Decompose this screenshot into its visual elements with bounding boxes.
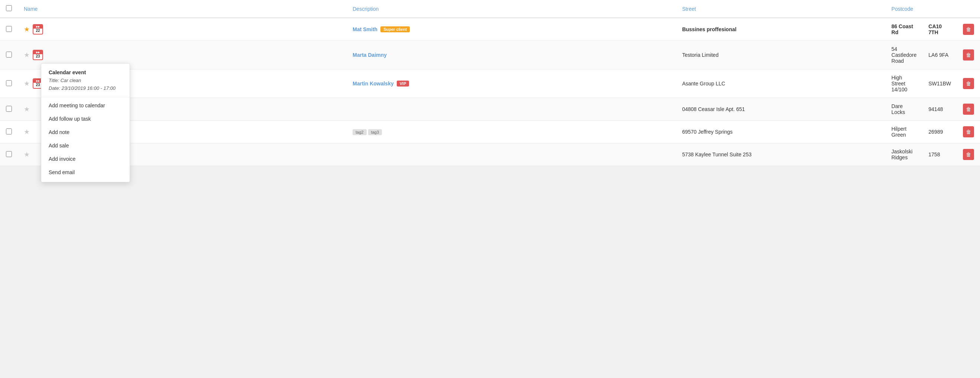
row-name-cell: Mat SmithSuper client xyxy=(347,18,676,41)
postcode-text: CA10 7TH xyxy=(928,24,942,35)
table-row: ★5738 Kaylee Tunnel Suite 253Jaskolski R… xyxy=(0,143,980,166)
description-text: Testoria Limited xyxy=(682,52,719,58)
calendar-icon[interactable]: ▶▶22 xyxy=(33,24,43,35)
name-badge: Super client xyxy=(380,26,410,32)
delete-button[interactable]: 🗑 xyxy=(963,126,974,137)
row-icons-cell: ★▶▶22 xyxy=(18,18,347,41)
row-description-cell: 5738 Kaylee Tunnel Suite 253 xyxy=(676,143,885,166)
row-checkbox[interactable] xyxy=(6,26,12,32)
row-checkbox[interactable] xyxy=(6,80,12,86)
context-popup: Calendar event Title: Car clean Date: 23… xyxy=(41,63,130,166)
delete-button[interactable]: 🗑 xyxy=(963,49,974,60)
star-icon[interactable]: ★ xyxy=(24,128,30,136)
row-street-cell: Jaskolski Ridges xyxy=(886,143,923,166)
name-link[interactable]: Mat Smith xyxy=(353,26,377,32)
postcode-text: 1758 xyxy=(928,151,940,157)
row-postcode-cell: CA10 7TH xyxy=(923,18,957,41)
row-postcode-cell: 26989 xyxy=(923,121,957,143)
row-postcode-cell: 1758 xyxy=(923,143,957,166)
delete-button[interactable]: 🗑 xyxy=(963,78,974,89)
select-all-header[interactable] xyxy=(0,0,18,18)
row-description-cell: 04808 Ceasar Isle Apt. 651 xyxy=(676,98,885,121)
row-description-cell: 69570 Jeffrey Springs xyxy=(676,121,885,143)
table-row: ★tag2tag369570 Jeffrey SpringsHilpert Gr… xyxy=(0,121,980,143)
star-icon[interactable]: ★ xyxy=(24,105,30,113)
popup-title-value: Car clean xyxy=(60,78,81,83)
delete-button[interactable]: 🗑 xyxy=(963,149,974,160)
star-icon[interactable]: ★ xyxy=(24,51,30,59)
row-name-cell: Marta Daimny xyxy=(347,41,676,70)
table-row: ★▶▶23Marta DaimnyTestoria Limited54 Cast… xyxy=(0,41,980,70)
popup-date-value: 23/10/2019 16:00 - 17:00 xyxy=(62,86,116,91)
row-delete-cell: 🗑 xyxy=(957,98,980,121)
tag: tag3 xyxy=(368,129,382,135)
row-checkbox-cell xyxy=(0,41,18,70)
popup-menu-item-0[interactable]: Add meeting to calendar xyxy=(41,99,130,112)
row-name-cell xyxy=(347,98,676,121)
row-delete-cell: 🗑 xyxy=(957,143,980,166)
row-checkbox[interactable] xyxy=(6,151,12,157)
popup-menu-item-1[interactable]: Add follow up task xyxy=(41,112,130,125)
row-delete-cell: 🗑 xyxy=(957,18,980,41)
select-all-checkbox[interactable] xyxy=(6,5,12,11)
row-street-cell: High Street 14/100 xyxy=(886,70,923,98)
col-header-street: Street xyxy=(676,0,885,18)
row-postcode-cell: LA6 9FA xyxy=(923,41,957,70)
row-checkbox-cell xyxy=(0,121,18,143)
name-link[interactable]: Marta Daimny xyxy=(353,52,387,58)
row-name-cell xyxy=(347,143,676,166)
popup-date-detail: Date: 23/10/2019 16:00 - 17:00 xyxy=(49,85,122,92)
popup-event-info: Calendar event Title: Car clean Date: 23… xyxy=(41,68,130,97)
name-badge: VIP xyxy=(397,81,409,87)
star-icon[interactable]: ★ xyxy=(24,25,30,33)
popup-menu-item-4[interactable]: Add invoice xyxy=(41,152,130,165)
street-text: Jaskolski Ridges xyxy=(892,149,913,160)
popup-menu-item-3[interactable]: Add sale xyxy=(41,139,130,152)
row-checkbox[interactable] xyxy=(6,52,12,57)
row-street-cell: Hilpert Green xyxy=(886,121,923,143)
table-row: ★▶▶22Mat SmithSuper clientBussines proff… xyxy=(0,18,980,41)
row-postcode-cell: SW11BW xyxy=(923,70,957,98)
popup-menu-item-5[interactable]: Send email xyxy=(41,165,130,166)
calendar-icon[interactable]: ▶▶23 xyxy=(33,50,43,60)
col-header-postcode: Postcode xyxy=(886,0,923,18)
description-text: Asante Group LLC xyxy=(682,81,725,87)
postcode-text: SW11BW xyxy=(928,81,951,87)
row-street-cell: 54 Castledore Road xyxy=(886,41,923,70)
row-description-cell: Asante Group LLC xyxy=(676,70,885,98)
delete-button[interactable]: 🗑 xyxy=(963,24,974,35)
row-name-cell: tag2tag3 xyxy=(347,121,676,143)
postcode-text: LA6 9FA xyxy=(928,52,948,58)
delete-button[interactable]: 🗑 xyxy=(963,103,974,115)
row-delete-cell: 🗑 xyxy=(957,70,980,98)
name-link[interactable]: Martin Kowalsky xyxy=(353,81,393,87)
postcode-text: 94148 xyxy=(928,106,943,112)
table-row: ★04808 Ceasar Isle Apt. 651Dare Locks941… xyxy=(0,98,980,121)
tag: tag2 xyxy=(353,129,366,135)
popup-menu-item-2[interactable]: Add note xyxy=(41,125,130,139)
description-text: 69570 Jeffrey Springs xyxy=(682,129,733,135)
row-checkbox-cell xyxy=(0,143,18,166)
popup-title-label: Title: xyxy=(49,78,59,83)
row-delete-cell: 🗑 xyxy=(957,121,980,143)
row-checkbox-cell xyxy=(0,18,18,41)
star-icon[interactable]: ★ xyxy=(24,150,30,159)
row-street-cell: Dare Locks xyxy=(886,98,923,121)
postcode-text: 26989 xyxy=(928,129,943,135)
row-checkbox-cell xyxy=(0,70,18,98)
row-checkbox[interactable] xyxy=(6,106,12,112)
row-description-cell: Bussines proffesional xyxy=(676,18,885,41)
row-street-cell: 86 Coast Rd xyxy=(886,18,923,41)
table-row: ★▶▶23Martin KowalskyVIPAsante Group LLCH… xyxy=(0,70,980,98)
row-name-cell: Martin KowalskyVIP xyxy=(347,70,676,98)
star-icon[interactable]: ★ xyxy=(24,79,30,87)
row-checkbox[interactable] xyxy=(6,129,12,134)
col-header-name: Name xyxy=(18,0,347,18)
row-postcode-cell: 94148 xyxy=(923,98,957,121)
col-header-description: Description xyxy=(347,0,676,18)
popup-menu: Add meeting to calendarAdd follow up tas… xyxy=(41,99,130,166)
street-text: Hilpert Green xyxy=(892,126,907,138)
description-text: 04808 Ceasar Isle Apt. 651 xyxy=(682,106,745,112)
popup-event-title: Calendar event xyxy=(49,70,122,75)
description-text: Bussines proffesional xyxy=(682,26,736,32)
